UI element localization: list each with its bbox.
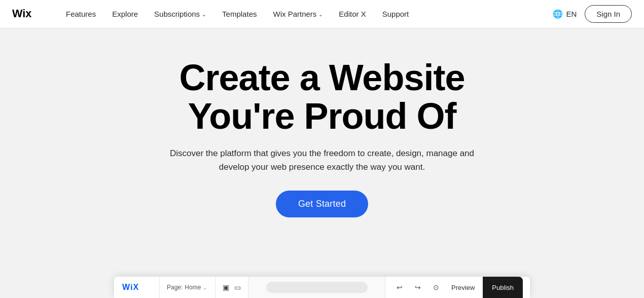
mobile-icon[interactable]: ▭ <box>234 283 241 291</box>
editor-breadcrumb[interactable]: Page: Home ⌄ <box>160 277 216 298</box>
redo-button[interactable]: ↪ <box>411 280 425 294</box>
preview-button[interactable]: Preview <box>447 277 479 298</box>
hero-title: Create a Website You're Proud Of <box>180 59 465 135</box>
hero-subtitle: Discover the platform that gives you the… <box>160 146 484 174</box>
nav-subscriptions[interactable]: Subscriptions ⌄ <box>146 0 214 28</box>
nav-wix-partners[interactable]: Wix Partners ⌄ <box>265 0 331 28</box>
nav-explore[interactable]: Explore <box>104 0 146 28</box>
svg-text:Wix: Wix <box>12 8 31 19</box>
sign-in-button[interactable]: Sign In <box>585 5 632 23</box>
navbar-right: 🌐 EN Sign In <box>553 5 632 23</box>
navbar: Wix Features Explore Subscriptions ⌄ Tem… <box>0 0 644 28</box>
editor-preview-bar: WiX Page: Home ⌄ ▣ ▭ ↩ ↪ ⊙ Preview Publi… <box>114 277 530 298</box>
undo-button[interactable]: ↩ <box>392 280 407 294</box>
subscriptions-chevron-icon: ⌄ <box>202 12 206 17</box>
publish-button[interactable]: Publish <box>483 277 523 298</box>
editor-logo: WiX <box>114 277 160 298</box>
globe-icon: 🌐 <box>553 9 563 19</box>
breadcrumb-chevron-icon: ⌄ <box>203 285 207 290</box>
save-button[interactable]: ⊙ <box>429 280 443 294</box>
hero-section: Create a Website You're Proud Of Discove… <box>0 28 644 298</box>
language-selector[interactable]: 🌐 EN <box>553 9 577 19</box>
nav-support[interactable]: Support <box>374 0 417 28</box>
desktop-icon[interactable]: ▣ <box>223 283 229 291</box>
device-icons: ▣ ▭ <box>216 277 248 298</box>
nav-editor-x[interactable]: Editor X <box>331 0 374 28</box>
wix-partners-chevron-icon: ⌄ <box>318 12 323 17</box>
get-started-button[interactable]: Get Started <box>276 191 368 217</box>
nav-features[interactable]: Features <box>58 0 104 28</box>
wix-logo[interactable]: Wix <box>12 8 38 21</box>
url-bar <box>266 282 368 293</box>
editor-url-area <box>248 277 385 298</box>
navbar-links: Features Explore Subscriptions ⌄ Templat… <box>58 0 553 28</box>
language-label: EN <box>566 10 577 18</box>
editor-action-buttons: ↩ ↪ ⊙ Preview Publish <box>385 277 530 298</box>
nav-templates[interactable]: Templates <box>214 0 265 28</box>
